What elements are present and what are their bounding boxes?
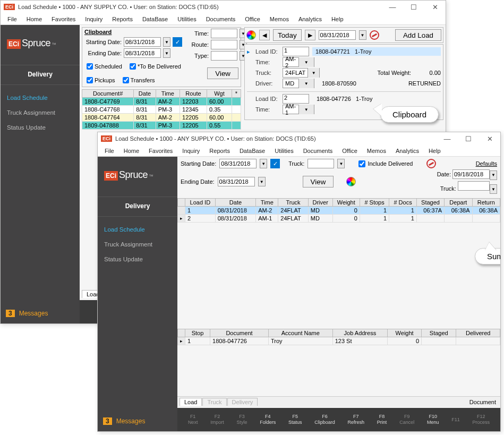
starting-date-confirm-button[interactable]: ✓ [173,37,182,47]
col-header[interactable]: Truck [278,199,308,207]
col-header[interactable]: Weight [388,329,422,337]
defaults-truck-input[interactable] [458,181,490,191]
menu-file[interactable]: File [100,147,119,155]
menu-memos[interactable]: Memos [362,147,391,155]
load-driver-select[interactable]: MD▼ [283,79,314,88]
sidebar-item-load-schedule[interactable]: Load Schedule [1,90,80,105]
no-entry-icon[interactable] [370,30,379,40]
today-button[interactable]: Today [273,29,302,41]
col-header[interactable]: Wgt [207,90,232,98]
col-header[interactable]: # Stops [360,199,389,207]
col-header[interactable]: Document [210,329,269,337]
menu-home[interactable]: Home [119,147,144,155]
minimize-button[interactable]: — [437,132,458,145]
col-header[interactable]: Date [215,199,255,207]
fn-f9[interactable]: F9Cancel [399,414,414,425]
fn-f1[interactable]: F1Next [188,414,198,425]
sidebar-item-load-schedule[interactable]: Load Schedule [98,222,177,237]
starting-date-dropdown-icon[interactable]: ▼ [163,37,170,47]
time-input[interactable] [211,29,237,38]
menu-help[interactable]: Help [327,15,348,23]
col-header[interactable]: Route [180,90,207,98]
include-delivered-checkbox[interactable]: Include Delivered [358,160,413,167]
col-header[interactable]: Time [256,199,278,207]
fn-f10[interactable]: F10Menu [427,414,439,425]
starting-date-input[interactable]: 08/31/2018 [124,37,161,47]
col-header[interactable] [178,329,185,337]
col-header[interactable]: Depart [445,199,472,207]
dropdown-icon[interactable]: ▼ [337,159,345,168]
menu-file[interactable]: File [3,15,22,23]
view-button[interactable]: View [303,176,334,187]
date-confirm-button[interactable]: ✓ [270,159,280,168]
table-row[interactable]: ▸208/31/2018AM-124FLATMD011 [178,215,500,223]
close-button[interactable]: ✕ [424,1,446,13]
menu-office[interactable]: Office [240,15,265,23]
stops-table[interactable]: StopDocumentAccount NameJob AddressWeigh… [177,329,500,345]
menu-analytics[interactable]: Analytics [294,15,327,23]
table-row[interactable]: 1809-0478888/31PM-3122050.55 [82,122,241,130]
maximize-button[interactable]: ☐ [458,132,479,145]
messages-row[interactable]: 3 Messages [98,411,177,431]
fn-f2[interactable]: F2Import [210,414,224,425]
load-time-select[interactable]: AM-1▼ [283,105,314,114]
col-header[interactable]: Weight [332,199,360,207]
menu-home[interactable]: Home [22,15,47,23]
table-row[interactable]: ▸11808-047726Troy123 St0 [178,337,500,345]
menu-database[interactable]: DataBase [235,147,270,155]
toolbar-date-dropdown-icon[interactable]: ▼ [359,30,366,40]
table-row[interactable]: 1808-C477648/31AM-21220560.00 [82,114,241,122]
fn-f6[interactable]: F6Clipboard [314,414,335,425]
tab-document[interactable]: Document [469,399,496,405]
ending-date-input[interactable]: 08/31/2018 [124,48,161,58]
next-button[interactable]: ▶ [305,30,315,40]
prev-button[interactable]: ◀ [259,30,270,40]
col-header[interactable]: Stop [185,329,210,337]
col-header[interactable]: Return [472,199,500,207]
menu-analytics[interactable]: Analytics [391,147,424,155]
table-row[interactable]: 1808-C477688/31PM-3123450.35 [82,106,241,114]
col-header[interactable]: Staged [416,199,444,207]
fn-f8[interactable]: F8Print [377,414,387,425]
col-header[interactable]: # Docs [389,199,417,207]
menu-help[interactable]: Help [424,147,446,155]
menu-office[interactable]: Office [337,147,362,155]
messages-row[interactable]: 3 Messages [1,303,80,323]
menu-memos[interactable]: Memos [265,15,294,23]
maximize-button[interactable]: ☐ [403,1,424,13]
tab-load[interactable]: Load [180,398,202,406]
col-header[interactable]: Staged [422,329,456,337]
type-input[interactable] [211,51,237,61]
toolbar-date-input[interactable]: 08/31/2018 [319,30,356,40]
dropdown-icon[interactable]: ▼ [490,170,497,180]
col-header[interactable]: Load ID [185,199,216,207]
load-id-input[interactable]: 2 [283,94,309,104]
col-header[interactable]: * [232,90,241,98]
close-button[interactable]: ✕ [479,132,500,145]
tab-delivery[interactable]: Delivery [227,398,258,406]
table-row[interactable]: 1808-C477698/31AM-21220360.00 [82,98,241,106]
col-header[interactable] [178,199,185,207]
load-truck-select[interactable]: 24FLAT▼ [283,68,320,78]
col-header[interactable]: Driver [308,199,332,207]
to-be-delivered-checkbox[interactable]: *To Be Delivered [130,63,181,70]
starting-date-input[interactable]: 08/31/2018 [219,159,257,168]
menu-reports[interactable]: Reports [204,147,235,155]
menu-reports[interactable]: Reports [107,15,138,23]
load-time-select[interactable]: AM-2▼ [283,57,314,67]
sidebar-item-truck-assignment[interactable]: Truck Assignment [1,105,80,120]
defaults-date-input[interactable]: 09/18/2018 [452,169,490,179]
menu-database[interactable]: DataBase [138,15,173,23]
pickups-checkbox[interactable]: Pickups [87,77,115,83]
menu-utilities[interactable]: Utilities [270,147,298,155]
ending-date-dropdown-icon[interactable]: ▼ [163,48,170,58]
col-header[interactable]: Account Name [268,329,332,337]
menu-documents[interactable]: Documents [201,15,241,23]
menu-inquiry[interactable]: Inquiry [177,147,204,155]
col-header[interactable]: Document# [82,90,134,98]
table-row[interactable]: 108/31/2018AM-224FLATMD01106:37A06:38A06… [178,207,500,215]
sidebar-item-truck-assignment[interactable]: Truck Assignment [98,237,177,252]
fn-f5[interactable]: F5Status [288,414,302,425]
load-id-input[interactable]: 1 [283,47,309,56]
dropdown-icon[interactable]: ▼ [490,184,497,194]
